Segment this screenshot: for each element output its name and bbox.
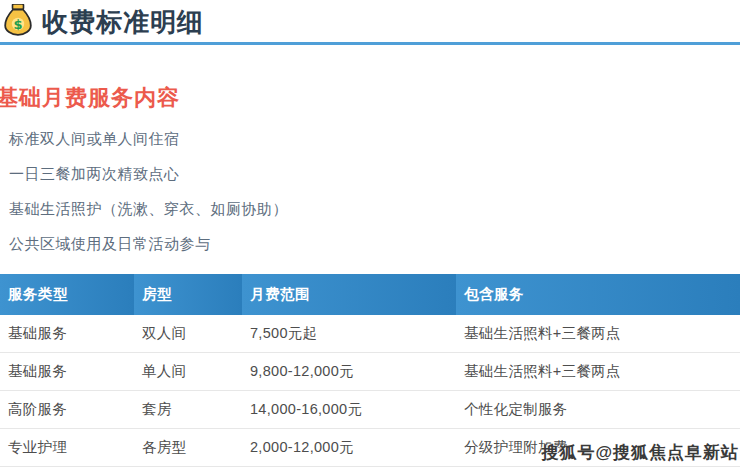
list-item: 标准双人间或单人间住宿	[0, 121, 740, 156]
cell-fee-range: 14,000-16,000元	[242, 391, 456, 429]
cell-fee-range: 2,000-12,000元	[242, 429, 456, 467]
col-header-fee-range: 月费范围	[242, 274, 456, 315]
page-header: $ 收费标准明细	[0, 0, 740, 45]
monthly-fee-section: 基础月费服务内容 标准双人间或单人间住宿 一日三餐加两次精致点心 基础生活照护（…	[0, 85, 740, 261]
fee-detail-page: $ 收费标准明细 基础月费服务内容 标准双人间或单人间住宿 一日三餐加两次精致点…	[0, 0, 740, 468]
cell-room-type: 各房型	[134, 429, 242, 467]
table-row: 基础服务 单人间 9,800-12,000元 基础生活照料+三餐两点	[0, 353, 740, 391]
cell-room-type: 双人间	[134, 315, 242, 353]
table-row: 高阶服务 套房 14,000-16,000元 个性化定制服务	[0, 391, 740, 429]
cell-service-type: 专业护理	[0, 429, 134, 467]
cell-service-type: 基础服务	[0, 353, 134, 391]
cell-service-type: 高阶服务	[0, 391, 134, 429]
cell-service-type: 基础服务	[0, 315, 134, 353]
svg-text:$: $	[13, 17, 22, 32]
cell-room-type: 套房	[134, 391, 242, 429]
table-row: 基础服务 双人间 7,500元起 基础生活照料+三餐两点	[0, 315, 740, 353]
cell-fee-range: 7,500元起	[242, 315, 456, 353]
cell-included-services: 基础生活照料+三餐两点	[456, 353, 740, 391]
list-item: 基础生活照护（洗漱、穿衣、如厕协助）	[0, 191, 740, 226]
page-title: 收费标准明细	[42, 5, 204, 39]
sohu-watermark: 搜狐号@搜狐焦点阜新站	[541, 441, 739, 464]
cell-fee-range: 9,800-12,000元	[242, 353, 456, 391]
list-item: 一日三餐加两次精致点心	[0, 156, 740, 191]
col-header-room-type: 房型	[134, 274, 242, 315]
col-header-service-type: 服务类型	[0, 274, 134, 315]
bullet-text: 公共区域使用及日常活动参与	[9, 235, 211, 252]
list-item: 公共区域使用及日常活动参与	[0, 226, 740, 261]
bullet-text: 一日三餐加两次精致点心	[9, 165, 180, 182]
money-bag-icon: $	[2, 4, 34, 36]
section-heading: 基础月费服务内容	[0, 85, 740, 111]
bullet-text: 基础生活照护（洗漱、穿衣、如厕协助）	[9, 200, 288, 217]
service-bullet-list: 标准双人间或单人间住宿 一日三餐加两次精致点心 基础生活照护（洗漱、穿衣、如厕协…	[0, 121, 740, 261]
fee-table: 服务类型 房型 月费范围 包含服务 基础服务 双人间 7,500元起 基础生活照…	[0, 274, 740, 467]
bullet-text: 标准双人间或单人间住宿	[9, 130, 180, 147]
cell-included-services: 个性化定制服务	[456, 391, 740, 429]
table-header-row: 服务类型 房型 月费范围 包含服务	[0, 274, 740, 315]
col-header-included-services: 包含服务	[456, 274, 740, 315]
cell-included-services: 基础生活照料+三餐两点	[456, 315, 740, 353]
cell-room-type: 单人间	[134, 353, 242, 391]
